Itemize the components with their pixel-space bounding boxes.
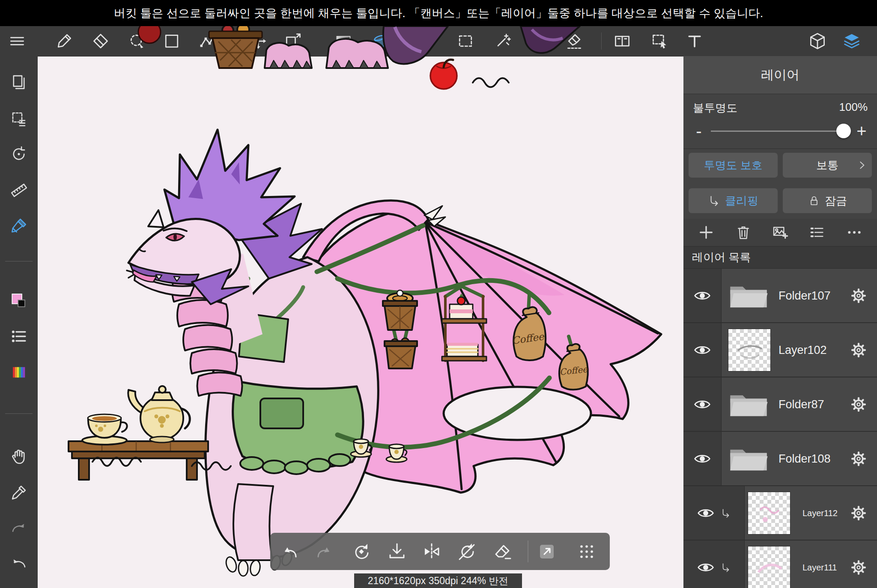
- lock-button[interactable]: 잠금: [783, 188, 872, 213]
- canvas-viewport[interactable]: Coffee Coffee: [38, 56, 683, 588]
- layer-name: Folder108: [779, 452, 831, 465]
- visibility-eye-icon[interactable]: [693, 286, 712, 305]
- layer-row[interactable]: Layer102: [683, 323, 877, 377]
- menu-button[interactable]: [8, 32, 27, 50]
- visibility-eye-icon[interactable]: [696, 558, 715, 577]
- brush-size-list-button[interactable]: [10, 327, 28, 345]
- blend-mode-button[interactable]: 보통: [783, 153, 872, 178]
- layer-row[interactable]: Layer112: [683, 486, 877, 540]
- text-icon: [685, 32, 704, 50]
- clear-button[interactable]: [492, 541, 513, 562]
- more-options-button[interactable]: [846, 224, 863, 241]
- pages-button[interactable]: [10, 73, 28, 91]
- transform-icon: [283, 32, 302, 50]
- clear-eraser-icon: [492, 541, 513, 562]
- visibility-eye-icon[interactable]: [696, 504, 715, 523]
- export-share-button[interactable]: [537, 541, 557, 562]
- move-tool-button[interactable]: [249, 32, 268, 50]
- ellipsis-icon: [846, 224, 863, 241]
- bucket-tool-button[interactable]: [371, 32, 390, 50]
- save-button[interactable]: [387, 541, 407, 562]
- layer-row[interactable]: Folder108: [683, 432, 877, 486]
- canvas[interactable]: Coffee Coffee: [38, 56, 683, 588]
- toolbar-drag-handle[interactable]: [576, 541, 597, 562]
- free-rotate-button[interactable]: [351, 541, 372, 562]
- ruler-button[interactable]: [10, 181, 28, 199]
- color-swatch-button[interactable]: [10, 291, 28, 309]
- layer-row[interactable]: Folder87: [683, 377, 877, 432]
- layer-settings-gear-icon[interactable]: [850, 450, 868, 468]
- opacity-slider[interactable]: [708, 122, 852, 140]
- opacity-increase-button[interactable]: +: [852, 122, 871, 140]
- transform-tool-button[interactable]: [283, 32, 302, 50]
- image-add-icon: [772, 224, 789, 241]
- eraser-tool-button[interactable]: [91, 32, 110, 50]
- layer-name: Layer111: [802, 562, 837, 572]
- color-palette-button[interactable]: [10, 363, 28, 381]
- visibility-eye-icon[interactable]: [693, 395, 712, 414]
- text-tool-button[interactable]: [685, 32, 704, 50]
- gradient-tool-button[interactable]: [334, 32, 353, 50]
- brush-icon: [55, 32, 74, 50]
- cube-icon: [808, 32, 827, 50]
- marker-brush-button[interactable]: [10, 217, 28, 235]
- layers-toggle-button[interactable]: [842, 32, 861, 50]
- undo-arrow-icon: [10, 554, 28, 572]
- deselect-button[interactable]: [650, 32, 669, 50]
- layer-list-label: 레이어 목록: [683, 246, 877, 269]
- flip-horizontal-button[interactable]: [421, 541, 442, 562]
- layer-settings-gear-icon[interactable]: [850, 287, 868, 305]
- brush-sizes-icon: [10, 327, 28, 345]
- visibility-cell: [683, 540, 745, 588]
- undo-button[interactable]: [10, 554, 28, 572]
- redo-button[interactable]: [10, 519, 28, 537]
- undo-button[interactable]: [280, 541, 300, 562]
- divide-canvas-button[interactable]: [613, 32, 632, 50]
- brush-tool-button[interactable]: [55, 32, 74, 50]
- dashed-select-icon: [456, 32, 475, 50]
- add-layer-button[interactable]: [698, 224, 715, 241]
- lasso-tool-button[interactable]: [128, 32, 146, 50]
- layer-row[interactable]: Layer111: [683, 540, 877, 588]
- redo-button[interactable]: [314, 541, 334, 562]
- select-menu-button[interactable]: [10, 110, 28, 128]
- select-eraser-tool-button[interactable]: [565, 32, 584, 50]
- layer-settings-gear-icon[interactable]: [850, 558, 868, 576]
- layer-settings-gear-icon[interactable]: [850, 504, 868, 522]
- list-icon: [808, 224, 826, 241]
- visibility-eye-icon[interactable]: [693, 449, 712, 468]
- opacity-decrease-button[interactable]: -: [689, 122, 708, 140]
- select-tool-button[interactable]: [456, 32, 475, 50]
- clipping-button[interactable]: 클리핑: [689, 188, 778, 213]
- alpha-lock-button[interactable]: 투명도 보호: [689, 153, 778, 178]
- layer-list-view-button[interactable]: [808, 224, 826, 241]
- shape-brush-tool-button[interactable]: [407, 32, 426, 50]
- select-pen-tool-button[interactable]: [529, 32, 548, 50]
- opacity-slider-knob[interactable]: [836, 124, 851, 138]
- folder-icon: [727, 445, 770, 473]
- polyline-tool-button[interactable]: [198, 32, 217, 50]
- clipping-label: 클리핑: [725, 193, 758, 208]
- floating-toolbar: [270, 533, 610, 570]
- floating-toolbar-divider: [528, 540, 528, 562]
- save-download-icon: [387, 541, 407, 562]
- flip-horizontal-icon: [421, 541, 442, 562]
- visibility-eye-icon[interactable]: [693, 341, 712, 359]
- gradient-icon: [334, 32, 353, 50]
- hand-pan-button[interactable]: [10, 448, 28, 466]
- eraser-icon: [91, 32, 110, 50]
- import-image-button[interactable]: [772, 224, 789, 241]
- magic-wand-tool-button[interactable]: [493, 32, 512, 50]
- visibility-cell: [683, 432, 722, 485]
- layer-row[interactable]: Folder107: [683, 269, 877, 323]
- layer-settings-gear-icon[interactable]: [850, 395, 868, 413]
- shape-tool-button[interactable]: [162, 32, 181, 50]
- opacity-section: 불투명도 100% - +: [683, 94, 877, 149]
- undo-icon: [280, 541, 300, 562]
- rotate-canvas-button[interactable]: [10, 145, 28, 163]
- material-3d-button[interactable]: [808, 32, 827, 50]
- eyedropper-button[interactable]: [10, 484, 28, 502]
- rotation-lock-button[interactable]: [456, 541, 477, 562]
- delete-layer-button[interactable]: [735, 224, 752, 241]
- layer-settings-gear-icon[interactable]: [850, 341, 868, 359]
